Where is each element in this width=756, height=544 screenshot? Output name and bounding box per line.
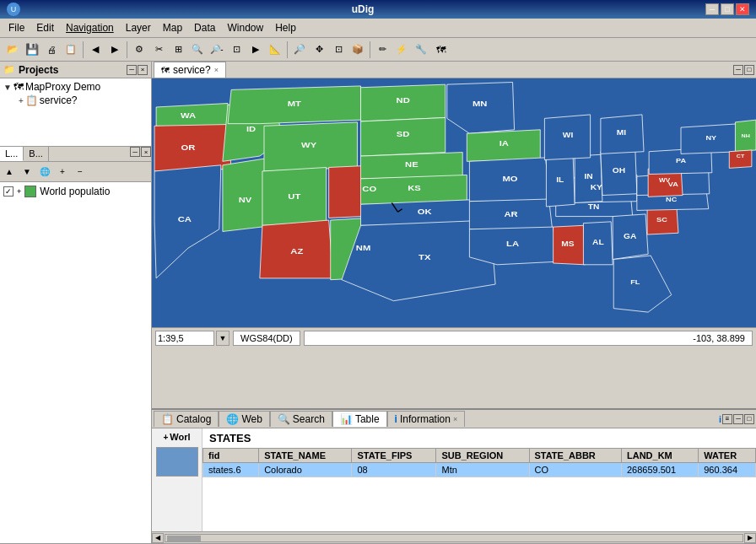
bottom-scrollbar[interactable]: ◀ ▶ [152,531,756,543]
save-btn[interactable]: 💾 [23,40,41,59]
tab-table[interactable]: 📊 Table [332,411,387,427]
map-tab-service[interactable]: 🗺 service? × [154,62,226,78]
map-ctrl-btns[interactable]: ─ □ [733,65,754,75]
new-btn[interactable]: 📂 [3,40,22,59]
tree-item-service[interactable]: + 📋 service? [2,94,149,107]
label-WI: WI [563,130,574,138]
menu-layer[interactable]: Layer [121,20,156,35]
tab-layers[interactable]: L... [0,147,24,161]
layer-web-btn[interactable]: 🌐 [36,164,53,180]
globe-btn[interactable]: 🗺 [431,40,450,59]
projects-close-btn[interactable]: × [138,65,148,75]
wrench-btn[interactable]: 🔧 [412,40,430,59]
map-view[interactable]: WA OR CA NV ID MT WY UT AZ NM CO ND SD N… [152,78,756,327]
h-scroll-thumb[interactable] [167,536,201,542]
map-maximize-btn[interactable]: □ [744,65,754,75]
menu-data[interactable]: Data [189,20,220,35]
menu-file[interactable]: File [3,20,30,35]
menu-map[interactable]: Map [158,20,187,35]
scroll-left-btn[interactable]: ◀ [152,533,164,543]
copy-btn[interactable]: 📋 [62,40,80,59]
menu-help[interactable]: Help [270,20,301,35]
service-label: service? [40,94,78,106]
table-row[interactable]: states.6 Colorado 08 Mtn CO 268659.501 9… [203,463,756,477]
maximize-btn[interactable]: □ [721,3,734,15]
col-state-name[interactable]: STATE_NAME [259,449,352,463]
col-sub-region[interactable]: SUB_REGION [436,449,529,463]
label-NC: NC [666,195,677,202]
layers-minimize-btn[interactable]: ─ [130,147,140,157]
map-tab-close[interactable]: × [214,66,219,74]
layer-down-btn[interactable]: ▼ [19,164,35,180]
search-map-btn[interactable]: 🔎 [290,40,309,59]
bottom-list-btn[interactable]: ≡ [722,414,732,424]
pan-btn[interactable]: ✥ [310,40,328,59]
project-tree: ▼ 🗺 MapProxy Demo + 📋 service? [0,78,151,146]
layer-checkbox[interactable]: ✓ [3,186,14,197]
minimize-btn[interactable]: ─ [705,3,719,15]
col-land-km[interactable]: LAND_KM [621,449,698,463]
label-IN: IN [584,172,592,180]
world-expand-icon[interactable]: + [163,433,168,442]
crs-display[interactable]: WGS84(DD) [233,331,300,346]
play-btn[interactable]: ▶ [246,40,265,59]
cut-btn[interactable]: ✂ [149,40,168,59]
back-btn[interactable]: ◀ [86,40,105,59]
expand-icon-service: + [19,96,24,105]
layer-expand-icon[interactable]: + [17,187,21,196]
projects-minimize-btn[interactable]: ─ [127,65,137,75]
window-controls[interactable]: ─ □ ✕ [705,3,749,15]
map-tab-label: service? [173,64,211,76]
bottom-panel-controls[interactable]: i ≡ ─ □ [719,414,754,424]
layer-add-btn[interactable]: + [54,164,71,180]
us-map-svg[interactable]: WA OR CA NV ID MT WY UT AZ NM CO ND SD N… [152,78,756,327]
measure-btn[interactable]: 📐 [266,40,284,59]
scroll-right-btn[interactable]: ▶ [744,533,756,543]
bottom-panel: 📋 Catalog 🌐 Web 🔍 Search 📊 Table i [152,408,756,543]
layers-close-btn[interactable]: × [141,147,151,157]
style-btn[interactable]: ⚡ [392,40,411,59]
col-state-fips[interactable]: STATE_FIPS [352,449,436,463]
bottom-maximize-btn[interactable]: □ [744,414,754,424]
menu-window[interactable]: Window [222,20,268,35]
zoom-sel-btn[interactable]: ⊡ [227,40,246,59]
projects-title-area: 📁 Projects [3,64,58,76]
edit-geom-btn[interactable]: ✏ [373,40,392,59]
info-tab-close[interactable]: × [453,415,457,423]
project-label: MapProxy Demo [25,81,100,93]
select-btn[interactable]: 📦 [348,40,367,59]
close-btn[interactable]: ✕ [736,3,749,15]
zoom-out-btn[interactable]: 🔎- [208,40,226,59]
tab-information[interactable]: i Information × [387,411,466,427]
tab-catalog[interactable]: 📋 Catalog [154,411,219,427]
settings-btn[interactable]: ⚙ [130,40,148,59]
zoom-in-btn[interactable]: 🔍 [188,40,207,59]
world-thumbnail[interactable]: + Worl [152,428,202,531]
map-minimize-btn[interactable]: ─ [733,65,743,75]
tab-search[interactable]: 🔍 Search [270,411,332,427]
col-water[interactable]: WATER [699,449,756,463]
scale-control[interactable]: ▼ [155,331,230,346]
tab-bookmarks[interactable]: B... [24,147,49,161]
zoom-box-btn[interactable]: ⊡ [329,40,348,59]
layer-remove-btn[interactable]: − [72,164,89,180]
forward-btn[interactable]: ▶ [105,40,124,59]
h-scroll-track[interactable] [165,534,743,542]
label-NH: NH [742,132,750,138]
layer-world-pop[interactable]: ✓ + World populatio [2,184,149,199]
menu-navigation[interactable]: Navigation [61,20,119,35]
tree-item-mapproxy[interactable]: ▼ 🗺 MapProxy Demo [2,80,149,94]
menu-edit[interactable]: Edit [31,20,59,35]
projects-controls[interactable]: ─ × [127,65,148,75]
tab-web[interactable]: 🌐 Web [219,411,269,427]
scale-input[interactable] [155,331,214,346]
bottom-minimize-btn[interactable]: ─ [733,414,743,424]
col-state-abbr[interactable]: STATE_ABBR [529,449,621,463]
fullext-btn[interactable]: ⊞ [169,40,187,59]
layer-up-btn[interactable]: ▲ [1,164,18,180]
scale-dropdown[interactable]: ▼ [216,331,230,346]
col-fid[interactable]: fid [203,449,259,463]
map-status-bar: ▼ WGS84(DD) -103, 38.899 [152,327,756,347]
print-btn[interactable]: 🖨 [42,40,61,59]
web-icon: 🌐 [226,413,239,425]
